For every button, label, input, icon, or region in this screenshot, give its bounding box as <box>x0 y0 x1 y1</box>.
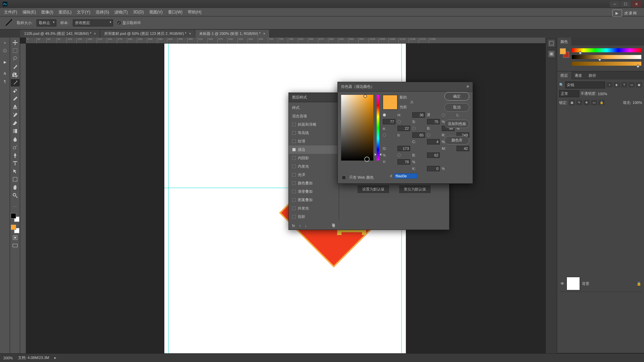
b-radio[interactable] <box>412 127 416 130</box>
color-picker-close-icon[interactable]: ✕ <box>466 84 469 89</box>
ls-item[interactable]: 纹理 <box>289 137 339 145</box>
shape-tool-icon[interactable] <box>11 176 19 183</box>
sample-select[interactable]: 所有图层 <box>73 19 113 26</box>
layer-row-bg[interactable]: 👁 背景 🔒 <box>559 276 642 292</box>
color-picker-dialog[interactable]: 拾色器（描边颜色） ✕ 新的当前 ⚠ H:度 L: S:% a: B:% b: <box>337 82 473 184</box>
bch-radio[interactable] <box>397 154 401 157</box>
web-only-option[interactable]: 只有 Web 颜色 <box>342 175 374 180</box>
char-a-icon[interactable]: A <box>1 70 9 77</box>
cancel-button[interactable]: 取消 <box>444 103 469 112</box>
paths-tab[interactable]: 路径 <box>585 71 599 79</box>
blend-mode-select[interactable]: 正常 <box>559 90 579 97</box>
h-radio[interactable] <box>383 113 386 117</box>
trash-icon[interactable]: 🗑 <box>332 224 336 228</box>
k-input[interactable] <box>427 166 440 171</box>
lock-paint-icon[interactable]: ✎ <box>576 100 582 105</box>
web-only-checkbox[interactable] <box>342 176 346 180</box>
ls-item[interactable]: 图案叠加 <box>289 196 339 204</box>
lock-trans-icon[interactable]: ▦ <box>569 100 575 105</box>
expand-icon[interactable]: » <box>1 39 9 46</box>
add-swatch-button[interactable]: 添加到色板 <box>444 120 469 128</box>
visibility-icon[interactable]: 👁 <box>560 282 565 286</box>
ls-item[interactable]: 斜面和浮雕 <box>289 120 339 129</box>
ls-item[interactable]: 内阴影 <box>289 154 339 162</box>
zoom-tool-icon[interactable] <box>11 192 19 199</box>
ls-item[interactable]: 投影 <box>289 213 339 221</box>
c-input[interactable] <box>427 139 440 144</box>
hue-slider[interactable] <box>377 95 379 161</box>
color-lib-button[interactable]: 颜色库 <box>444 136 469 144</box>
ls-item[interactable]: 内发光 <box>289 162 339 171</box>
layers-tab[interactable]: 图层 <box>557 71 571 79</box>
ls-item[interactable]: 颜色叠加 <box>289 179 339 187</box>
type-tool-icon[interactable] <box>11 160 19 167</box>
g-input[interactable] <box>397 146 410 151</box>
ls-item[interactable]: 样式 <box>289 104 339 112</box>
reset-default-button[interactable]: 复位为默认值 <box>399 185 431 193</box>
paragraph-icon[interactable]: ¶ <box>1 78 9 85</box>
ls-item[interactable]: 混合选项 <box>289 112 339 120</box>
close-tab-icon[interactable]: × <box>94 32 96 36</box>
set-default-button[interactable]: 设置为默认值 <box>358 185 389 193</box>
close-tab-icon[interactable]: × <box>263 32 265 36</box>
swatches-default[interactable] <box>11 213 19 222</box>
lasso-tool-icon[interactable] <box>11 55 19 62</box>
doc-tab-2[interactable]: 未标题-1 @ 200% (矩形 1, RGB/8#) *× <box>195 30 269 38</box>
m-input[interactable] <box>457 146 469 151</box>
maximize-button[interactable]: ☐ <box>621 1 631 7</box>
lock-nest-icon[interactable]: ▭ <box>591 100 597 105</box>
ls-item[interactable]: 渐变叠加 <box>289 187 339 196</box>
filter-shape-icon[interactable]: ▭ <box>629 82 635 87</box>
pen-tool-icon[interactable] <box>11 152 19 159</box>
edit-toolbar-icon[interactable]: ⋯ <box>11 203 19 210</box>
color-sliders[interactable] <box>572 48 641 68</box>
a-input[interactable] <box>397 126 410 131</box>
chevron-right-icon[interactable]: ▸ <box>54 356 56 360</box>
menu-edit[interactable]: 编辑(E) <box>20 9 39 15</box>
doc-tab-1[interactable]: 所用素材.psd @ 50% (图层 123 拷贝 2, RGB/8#) *× <box>100 30 196 38</box>
ls-item[interactable]: 等高线 <box>289 129 339 137</box>
info-icon[interactable]: ⓘ <box>1 47 9 54</box>
y-input[interactable] <box>397 159 410 165</box>
down-icon[interactable]: ↓ <box>305 224 307 228</box>
color-tab[interactable]: 颜色 <box>557 38 571 46</box>
history-brush-icon[interactable] <box>11 111 19 119</box>
fill-value[interactable]: 100% <box>633 101 642 105</box>
doc-size[interactable]: 文档: 4.08M/23.3M <box>18 355 49 360</box>
quickmask-icon[interactable] <box>11 234 19 241</box>
fx-icon[interactable]: fx <box>292 224 295 228</box>
h-input[interactable] <box>412 112 425 118</box>
swatches-fgbg[interactable] <box>11 225 19 233</box>
menu-help[interactable]: 帮助(H) <box>185 9 204 15</box>
dodge-tool-icon[interactable] <box>11 143 19 151</box>
wand-tool-icon[interactable] <box>11 63 19 70</box>
menu-view[interactable]: 视图(V) <box>147 9 165 15</box>
filter-smart-icon[interactable]: ▣ <box>636 82 642 87</box>
eyedropper-tool-icon[interactable] <box>11 79 19 86</box>
menu-select[interactable]: 选择(S) <box>93 9 112 15</box>
s-radio[interactable] <box>397 120 401 123</box>
play-icon[interactable]: ▶ <box>1 58 9 66</box>
brush-tool-icon[interactable] <box>11 95 19 103</box>
ok-button[interactable]: 确定 <box>444 92 469 101</box>
ls-item[interactable]: 光泽 <box>289 171 339 179</box>
b2-radio[interactable] <box>383 133 386 137</box>
gamut-warn-icon[interactable]: ⚠ <box>410 100 415 105</box>
ls-item[interactable]: 外发光 <box>289 204 339 213</box>
move-tool-icon[interactable] <box>11 39 19 46</box>
eraser-tool-icon[interactable] <box>11 119 19 127</box>
ls-item[interactable]: 描边 <box>289 145 339 154</box>
hex-input[interactable] <box>394 173 418 179</box>
up-icon[interactable]: ↑ <box>299 224 301 228</box>
zoom-level[interactable]: 200% <box>3 356 13 360</box>
hand-tool-icon[interactable] <box>11 184 19 191</box>
layer-filter-input[interactable]: 尖锐 <box>565 81 605 88</box>
filter-pixel-icon[interactable]: ▪ <box>606 82 612 87</box>
path-select-icon[interactable] <box>11 168 19 175</box>
menu-layer[interactable]: 图层(L) <box>56 9 74 15</box>
menu-3d[interactable]: 3D(D) <box>130 10 147 14</box>
lock-all-icon[interactable]: 🔒 <box>598 100 604 105</box>
opacity-value[interactable]: 100% <box>598 92 607 96</box>
blur-tool-icon[interactable] <box>11 135 19 143</box>
show-ring-checkbox[interactable] <box>117 21 121 25</box>
